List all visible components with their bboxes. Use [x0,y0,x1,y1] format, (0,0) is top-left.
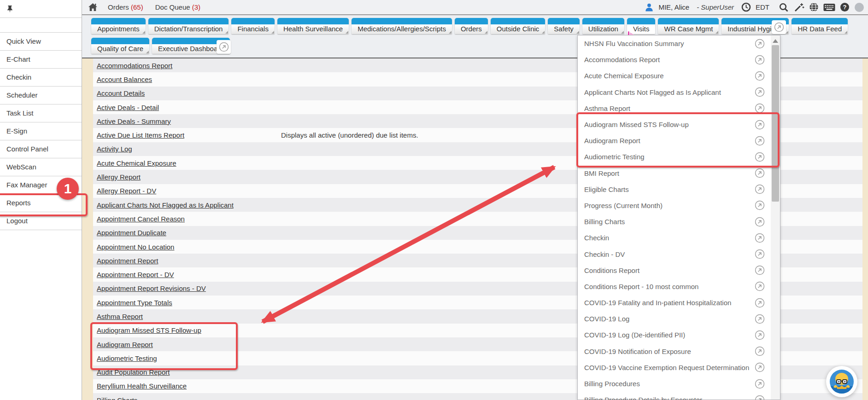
topbar-nav-link[interactable]: Doc Queue (3) [155,3,200,11]
open-in-new-icon[interactable] [755,330,765,340]
tab[interactable]: Medications/Allergies/Scripts [352,18,452,34]
open-in-new-icon[interactable] [755,249,765,259]
sidebar-item[interactable]: WebScan [0,158,82,176]
dropdown-item[interactable]: Billing Charts [578,214,771,230]
chat-widget-button[interactable] [826,366,857,397]
sidebar-item[interactable]: Control Panel [0,140,82,158]
open-in-new-icon[interactable] [755,265,765,275]
report-link[interactable]: Billing Charts [97,396,137,400]
sidebar-item[interactable]: Scheduler [0,87,82,104]
dropdown-item[interactable]: Applicant Charts Not Flagged as Is Appli… [578,84,771,100]
tab[interactable]: Visits [627,18,656,34]
dropdown-scrollbar[interactable] [771,35,780,400]
dropdown-item[interactable]: COVID-19 Fatality and In-patient Hospita… [578,295,771,311]
report-link[interactable]: Appointment Report - DV [97,271,174,278]
open-in-new-icon[interactable] [755,200,765,210]
report-link[interactable]: Appointment Report [97,257,158,265]
report-link[interactable]: Audiometric Testing [97,354,157,362]
sidebar-item[interactable]: Task List [0,104,82,122]
scrollbar-thumb[interactable] [772,45,779,202]
globe-icon[interactable] [809,2,819,12]
search-icon[interactable] [779,2,789,12]
report-link[interactable]: Audiogram Report [97,341,153,348]
dropdown-item[interactable]: Asthma Report [578,100,771,116]
report-link[interactable]: Appointment Type Totals [97,299,172,307]
tab[interactable]: HR Data Feed [792,18,848,34]
tab[interactable]: Safety [548,18,580,34]
sidebar-item[interactable]: Logout [0,212,82,230]
report-link[interactable]: Audit Population Report [97,368,170,376]
report-link[interactable]: Accommodations Report [97,62,172,70]
tab[interactable]: Utilization [582,18,624,34]
open-in-new-icon[interactable] [755,362,765,372]
tab[interactable]: Orders [455,18,488,34]
help-icon[interactable]: ? [840,2,850,12]
report-link[interactable]: Beryllium Health Surveillance [97,382,187,390]
report-link[interactable]: Audiogram Missed STS Follow-up [97,326,201,334]
report-link[interactable]: Appointment Cancel Reason [97,215,185,223]
dropdown-item[interactable]: Progress (Current Month) [578,197,771,214]
clock-icon[interactable] [741,2,751,12]
report-link[interactable]: Active Deals - Detail [97,104,159,111]
open-in-new-icon[interactable] [755,184,765,194]
open-in-new-icon[interactable] [755,233,765,243]
report-link[interactable]: Allergy Report - DV [97,187,156,195]
dropdown-item[interactable]: COVID-19 Vaccine Exemption Request Deter… [578,359,771,376]
report-link[interactable]: Account Balances [97,75,152,83]
dropdown-item[interactable]: Audiometric Testing [578,149,771,165]
sidebar-item[interactable]: E-Chart [0,51,82,69]
dropdown-item[interactable]: Audiogram Missed STS Follow-up [578,116,771,133]
tab[interactable]: Appointments [91,18,146,34]
topbar-nav-link[interactable]: Orders (65) [108,3,143,11]
dropdown-item[interactable]: Conditions Report [578,262,771,278]
dropdown-item[interactable]: Eligible Charts [578,181,771,197]
keyboard-icon[interactable] [823,3,835,12]
dropdown-item[interactable]: COVID-19 Notification of Exposure [578,343,771,359]
open-in-new-icon[interactable] [755,55,765,65]
open-in-new-icon[interactable] [755,120,765,130]
report-link[interactable]: Active Deals - Summary [97,117,171,125]
open-in-new-icon[interactable] [755,379,765,389]
sidebar-item[interactable]: E-Sign [0,122,82,140]
dropdown-item[interactable]: BMI Report [578,165,771,181]
magic-wand-icon[interactable] [793,2,804,12]
sidebar-item[interactable]: Reports [0,194,82,212]
open-in-new-icon[interactable] [755,87,765,97]
report-link[interactable]: Appointment Duplicate [97,229,166,237]
open-in-new-icon[interactable] [755,71,765,81]
open-in-new-icon[interactable] [755,39,765,49]
open-in-new-icon[interactable] [755,217,765,227]
report-link[interactable]: Appointment Report Revisions - DV [97,284,206,292]
tab-overflow-button-row2[interactable] [217,40,231,54]
dropdown-item[interactable]: Billing Procedures [578,376,771,392]
open-in-new-icon[interactable] [755,281,765,291]
report-link[interactable]: Appointment No Location [97,243,174,251]
open-in-new-icon[interactable] [755,346,765,356]
tab[interactable]: Dictation/Transcription [148,18,229,34]
dropdown-item[interactable]: Acute Chemical Exposure [578,68,771,84]
open-in-new-icon[interactable] [755,314,765,324]
open-in-new-icon[interactable] [755,103,765,113]
dropdown-item[interactable]: Billing Procedure Details by Encounter [578,392,771,400]
dropdown-item[interactable]: COVID-19 Log (De-identified PII) [578,327,771,343]
user-name[interactable]: MIE, Alice [658,3,689,11]
avatar-circle[interactable] [854,2,864,12]
report-link[interactable]: Active Due List Items Report [97,131,184,139]
report-link[interactable]: Account Details [97,89,145,97]
dropdown-item[interactable]: COVID-19 Log [578,311,771,327]
report-link[interactable]: Asthma Report [97,313,143,320]
open-in-new-icon[interactable] [755,395,765,400]
tab[interactable]: Quality of Care [91,38,149,54]
dropdown-item[interactable]: Checkin - DV [578,246,771,262]
tab[interactable]: Outside Clinic [491,18,545,34]
tab-overflow-button-row1[interactable] [772,20,786,34]
dropdown-item[interactable]: Audiogram Report [578,133,771,149]
home-icon[interactable] [88,3,98,12]
open-in-new-icon[interactable] [755,152,765,162]
sidebar-pin-row[interactable] [0,0,82,18]
sidebar-item[interactable]: Fax Manager [0,176,82,194]
report-link[interactable]: Applicant Charts Not Flagged as Is Appli… [97,201,234,209]
tab[interactable]: Financials [231,18,275,34]
scrollbar-up-arrow[interactable] [773,39,778,43]
report-link[interactable]: Acute Chemical Exposure [97,159,176,167]
